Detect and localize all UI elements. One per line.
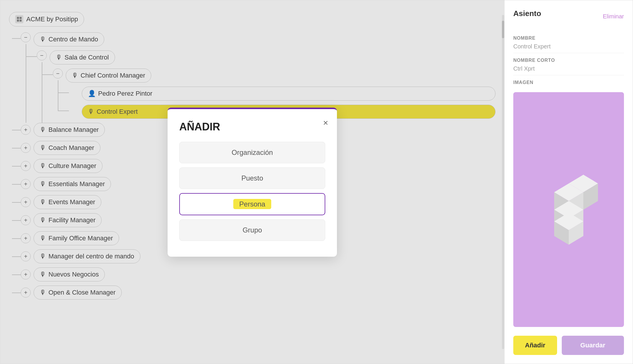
nombre-label: NOMBRE: [513, 36, 624, 41]
nombre-value: Control Expert: [513, 43, 624, 53]
nombre-corto-label: NOMBRE CORTO: [513, 58, 624, 63]
sidebar-actions: Añadir Guardar: [513, 336, 624, 355]
modal-overlay: AÑADIR × Organización Puesto Persona Gru…: [0, 0, 504, 364]
imagen-label: IMAGEN: [513, 80, 624, 85]
asiento-title: Asiento: [513, 9, 541, 18]
tree-panel: ACME by Positipp − 🎙 Centro de Mando: [0, 0, 504, 364]
positipp-logo-svg: [531, 175, 607, 245]
sidebar-header: Asiento Eliminar: [513, 9, 624, 24]
anadir-button[interactable]: Añadir: [513, 336, 557, 355]
modal-close-button[interactable]: ×: [323, 118, 328, 128]
modal-title: AÑADIR: [179, 121, 325, 133]
persona-label: Persona: [233, 199, 271, 209]
option-grupo[interactable]: Grupo: [179, 219, 325, 241]
organizacion-label: Organización: [232, 148, 273, 156]
eliminar-button[interactable]: Eliminar: [603, 13, 624, 20]
nombre-corto-value: Ctrl Xprt: [513, 65, 624, 75]
right-sidebar: Asiento Eliminar NOMBRE Control Expert N…: [504, 0, 633, 364]
grupo-label: Grupo: [243, 226, 262, 234]
anadir-modal: AÑADIR × Organización Puesto Persona Gru…: [168, 108, 337, 257]
option-puesto[interactable]: Puesto: [179, 167, 325, 189]
guardar-button[interactable]: Guardar: [562, 336, 624, 355]
option-organizacion[interactable]: Organización: [179, 142, 325, 163]
imagen-box: [513, 92, 624, 327]
option-persona[interactable]: Persona: [179, 193, 325, 215]
puesto-label: Puesto: [241, 174, 263, 182]
